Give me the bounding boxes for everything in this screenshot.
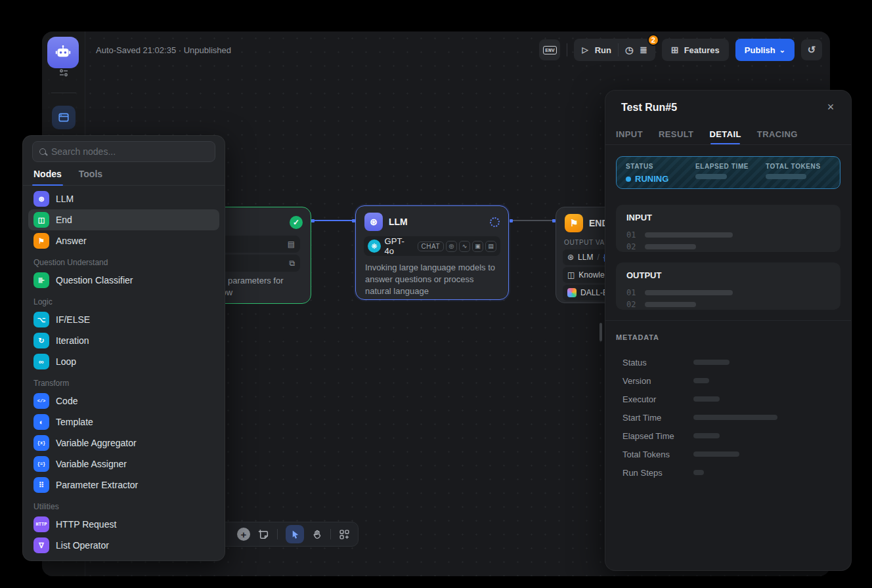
hand-icon [312, 529, 322, 539]
tab-input[interactable]: INPUT [616, 123, 643, 144]
panel-resize-handle[interactable] [600, 323, 602, 341]
output-title: OUTPUT [626, 270, 830, 280]
end-node-icon: ⚑ [565, 214, 583, 232]
gpt-model-icon: ❋ [368, 240, 381, 253]
elapsed-time-label: ELAPSED TIME [695, 163, 766, 170]
metadata-skeleton [693, 433, 720, 438]
node-item-http-request[interactable]: HTTP HTTP Request [28, 514, 219, 535]
panel-title: Test Run#5 [621, 102, 677, 114]
metadata-rows: Status Version Executor Start Time Elaps… [622, 353, 840, 482]
http-request-icon: HTTP [33, 516, 49, 532]
node-item-list-operator[interactable]: ∇ List Operator [28, 535, 219, 556]
branch-icon: ⌥ [33, 312, 49, 327]
node-item-variable-assigner[interactable]: {=} Variable Assigner [28, 453, 219, 474]
add-note-button[interactable] [258, 529, 269, 540]
tab-result[interactable]: RESULT [659, 123, 693, 144]
classifier-icon: ⊪ [33, 272, 49, 288]
header-separator [567, 43, 567, 56]
features-label: Features [684, 45, 720, 55]
line-number: 02 [626, 300, 636, 309]
checklist-icon[interactable]: ≣ [640, 45, 647, 55]
node-panel-tabs: Nodes Tools [23, 162, 225, 186]
add-node-button[interactable]: + [237, 528, 250, 541]
start-desc-line: flow [217, 287, 284, 299]
hand-mode-button[interactable] [312, 529, 322, 539]
node-item-code[interactable]: </> Code [28, 390, 219, 411]
node-item-end[interactable]: ◫ End [28, 209, 219, 230]
value-skeleton [645, 290, 733, 295]
organize-icon [339, 529, 350, 540]
app-robot-icon[interactable] [47, 37, 79, 68]
llm-node[interactable]: ⊛ LLM ❋ GPT-4o CHAT ◎ ∿ ▣ ▤ Invoking lar… [355, 205, 509, 300]
dalle-icon [567, 288, 577, 297]
pointer-mode-button[interactable] [286, 525, 304, 543]
node-item-parameter-extractor[interactable]: ⠿ Parameter Extractor [28, 474, 219, 495]
node-item-label: HTTP Request [56, 519, 116, 530]
variable-label: DALL-E [580, 288, 608, 297]
paragraph-icon: ▤ [288, 240, 295, 249]
search-input[interactable] [51, 146, 208, 157]
node-item-answer[interactable]: ⚑ Answer [28, 230, 219, 251]
node-item-iteration[interactable]: ↻ Iteration [28, 330, 219, 351]
edge-port [510, 219, 513, 222]
section-question-understand: Question Understand [28, 251, 219, 270]
copy-icon: ⧉ [289, 259, 295, 268]
toolbar-separator [277, 529, 278, 539]
chevron-down-icon: ⌄ [779, 46, 785, 54]
list-filter-icon: ∇ [33, 537, 49, 553]
run-button[interactable]: Run [595, 45, 611, 55]
node-item-label: IF/ELSE [56, 314, 90, 325]
play-icon: ▷ [582, 45, 588, 54]
template-icon: ◐ [33, 414, 49, 430]
run-history-icon[interactable]: ◷ [625, 45, 633, 55]
preview-panel-button[interactable] [52, 106, 76, 129]
node-item-question-classifier[interactable]: ⊪ Question Classifier [28, 270, 219, 291]
publish-label: Publish [745, 45, 775, 55]
status-card: STATUS RUNING ELAPSED TIME TOTAL TOKENS [616, 156, 840, 189]
node-item-template[interactable]: ◐ Template [28, 411, 219, 432]
running-text: RUNING [635, 174, 668, 184]
metadata-skeleton [693, 470, 704, 475]
metadata-skeleton [693, 396, 720, 402]
output-line: 01 [626, 287, 830, 299]
node-item-label: Template [56, 417, 93, 427]
status-value: RUNING [626, 174, 695, 184]
toolbar-separator [330, 529, 331, 539]
metadata-label: Elapsed Time [622, 431, 693, 441]
features-button[interactable]: ⊞ Features [662, 39, 729, 61]
version-history-button[interactable]: ↺ [801, 39, 822, 60]
variable-assigner-icon: {=} [33, 456, 49, 472]
node-item-llm[interactable]: ⊛ LLM [28, 188, 219, 209]
metadata-skeleton [693, 360, 730, 365]
node-search-box[interactable] [32, 141, 215, 162]
edge-port [311, 219, 315, 222]
node-item-if-else[interactable]: ⌥ IF/ELSE [28, 309, 219, 330]
node-item-loop[interactable]: ∞ Loop [28, 351, 219, 372]
model-name: GPT-4o [385, 236, 414, 256]
history-icon: ↺ [808, 44, 816, 56]
node-item-label: Question Classifier [56, 275, 133, 285]
organize-nodes-button[interactable] [339, 529, 350, 540]
vision-icon: ◎ [446, 241, 457, 252]
value-skeleton [645, 302, 696, 307]
metadata-row: Executor [622, 390, 840, 408]
metadata-row: Version [622, 371, 840, 390]
tab-tracing[interactable]: TRACING [757, 123, 798, 144]
workflow-settings-button[interactable] [58, 68, 69, 78]
metadata-label: Version [622, 376, 693, 386]
answer-flag-icon: ⚑ [33, 233, 49, 249]
checklist-badge: 2 [647, 34, 659, 46]
node-item-label: End [56, 215, 72, 225]
tab-tools[interactable]: Tools [79, 162, 102, 185]
model-selector[interactable]: ❋ GPT-4o CHAT ◎ ∿ ▣ ▤ [364, 236, 500, 256]
env-variables-button[interactable]: ENV [539, 39, 560, 60]
status-label: STATUS [626, 163, 695, 170]
close-icon[interactable]: × [823, 100, 838, 114]
parameter-extractor-icon: ⠿ [33, 477, 49, 493]
publish-button[interactable]: Publish ⌄ [735, 39, 795, 61]
tab-detail[interactable]: DETAIL [709, 123, 741, 144]
total-tokens-skeleton [766, 174, 806, 179]
node-item-variable-aggregator[interactable]: {x} Variable Aggregator [28, 432, 219, 453]
tab-nodes[interactable]: Nodes [33, 162, 62, 185]
llm-node-description: Invoking large language models to answer… [356, 256, 506, 297]
